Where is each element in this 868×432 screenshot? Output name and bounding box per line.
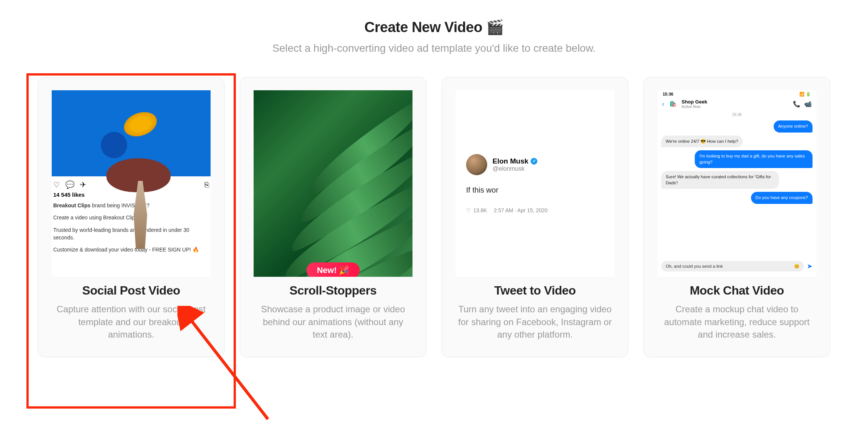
tweet-header: Elon Musk ✓ @elonmusk <box>466 154 604 175</box>
tweet-timestamp: 2:57 AM · Apr 15, 2020 <box>494 207 548 213</box>
template-card-mock-chat[interactable]: 15:36 📶 🔋 ‹ 🛍️ Shop Geek Active Now 📞 📹 … <box>643 77 830 357</box>
status-time: 15:36 <box>663 92 673 97</box>
chat-action-icons: 📞 📹 <box>793 100 812 108</box>
chat-bubble-sent: I'm looking to buy my dad a gift, do you… <box>695 150 813 168</box>
card-title: Tweet to Video <box>494 284 576 298</box>
new-badge: New! 🎉 <box>306 262 360 277</box>
send-icon: ➤ <box>807 262 813 270</box>
svg-line-1 <box>189 317 268 419</box>
tweet-likes: 13.8K <box>466 207 487 213</box>
plant-image <box>254 90 412 277</box>
chat-header: ‹ 🛍️ Shop Geek Active Now 📞 📹 <box>657 98 816 113</box>
page-title: Create New Video 🎬 <box>26 19 842 35</box>
status-icons: 📶 🔋 <box>799 92 811 97</box>
phone-icon: 📞 <box>793 100 800 108</box>
page-header: Create New Video 🎬 Select a high-convert… <box>26 19 842 54</box>
page-subtitle: Select a high-converting video ad templa… <box>26 42 842 54</box>
chat-bubble-sent: Do you have any coupons? <box>751 192 813 204</box>
chat-bubble-received: We're online 24/7 😎 How can I help? <box>661 136 743 148</box>
back-icon: ‹ <box>662 100 664 108</box>
card-preview: Elon Musk ✓ @elonmusk If this wor 13.8K … <box>456 90 614 277</box>
verified-badge-icon: ✓ <box>531 158 537 165</box>
tweet-author-handle: @elonmusk <box>492 165 537 172</box>
card-description: Turn any tweet into an engaging video fo… <box>456 303 614 341</box>
chat-status: Active Now <box>682 105 707 109</box>
chat-input-row: Oh, and could you send a link 😊 ➤ <box>657 259 816 274</box>
card-title: Mock Chat Video <box>690 284 784 298</box>
chat-timestamp: 15:36 <box>657 113 816 117</box>
chat-input: Oh, and could you send a link 😊 <box>661 261 804 272</box>
card-preview: New! 🎉 <box>254 90 412 277</box>
card-description: Create a mockup chat video to automate m… <box>657 303 816 341</box>
card-title: Scroll-Stoppers <box>289 284 377 298</box>
annotation-arrow-icon <box>177 306 283 427</box>
card-preview: 15:36 📶 🔋 ‹ 🛍️ Shop Geek Active Now 📞 📹 … <box>657 90 816 277</box>
chat-bubble-sent: Anyone online? <box>774 120 813 133</box>
template-card-tweet-to-video[interactable]: Elon Musk ✓ @elonmusk If this wor 13.8K … <box>442 77 628 357</box>
emoji-icon: 😊 <box>794 264 799 269</box>
chat-bubble-received: Sure! We actually have curated collectio… <box>661 171 779 189</box>
tweet-author-name: Elon Musk ✓ <box>492 157 537 165</box>
avatar <box>466 154 487 175</box>
tweet-body: If this wor <box>466 186 604 194</box>
avatar: 🛍️ <box>668 99 678 109</box>
status-bar: 15:36 📶 🔋 <box>657 90 816 98</box>
tweet-footer: 13.8K 2:57 AM · Apr 15, 2020 <box>466 207 604 213</box>
video-icon: 📹 <box>804 100 812 108</box>
chat-name: Shop Geek <box>682 99 707 105</box>
